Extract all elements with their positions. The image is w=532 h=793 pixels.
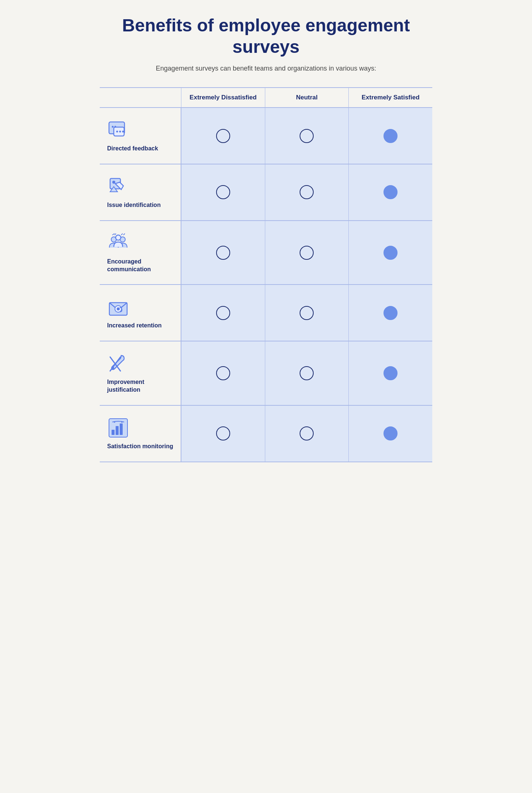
svg-point-3 bbox=[119, 131, 121, 133]
radio-filled[interactable] bbox=[383, 246, 398, 260]
radio-cell-satisfied[interactable] bbox=[348, 221, 432, 285]
table-row: Directed feedback bbox=[100, 107, 432, 164]
chat-icon bbox=[107, 119, 129, 141]
main-container: Benefits of employee engagement surveys … bbox=[100, 15, 432, 462]
row-label-issue-identification: Issue identification bbox=[100, 164, 181, 220]
svg-rect-26 bbox=[116, 426, 119, 435]
svg-rect-25 bbox=[112, 430, 115, 435]
svg-line-16 bbox=[121, 234, 123, 235]
radio-cell-dissatisfied[interactable] bbox=[181, 221, 265, 285]
row-label-text: Increased retention bbox=[107, 322, 162, 330]
row-label-text: Encouraged communication bbox=[107, 258, 173, 273]
radio-empty[interactable] bbox=[300, 306, 314, 320]
radio-filled[interactable] bbox=[383, 366, 398, 380]
radio-cell-neutral[interactable] bbox=[265, 108, 349, 164]
table-row: Increased retention bbox=[100, 284, 432, 341]
row-label-encouraged-communication: Encouraged communication bbox=[100, 221, 181, 285]
radio-cell-dissatisfied[interactable] bbox=[181, 164, 265, 220]
row-label-satisfaction-monitoring: Satisfaction monitoring bbox=[100, 406, 181, 462]
radio-empty[interactable] bbox=[216, 366, 230, 380]
table-row: Improvement justification bbox=[100, 341, 432, 405]
row-label-text: Improvement justification bbox=[107, 378, 173, 394]
svg-point-13 bbox=[116, 235, 121, 240]
table-row: Issue identification bbox=[100, 164, 432, 220]
benefits-table: Extremely Dissatisfied Neutral Extremely… bbox=[100, 87, 432, 462]
svg-line-15 bbox=[115, 234, 116, 235]
radio-cell-neutral[interactable] bbox=[265, 341, 349, 405]
svg-point-28 bbox=[114, 421, 115, 423]
row-label-text: Issue identification bbox=[107, 201, 161, 209]
svg-line-14 bbox=[112, 234, 115, 235]
header-col-satisfied: Extremely Satisfied bbox=[348, 88, 432, 107]
email-icon bbox=[107, 296, 129, 318]
radio-empty[interactable] bbox=[216, 426, 230, 440]
tools-icon bbox=[107, 353, 129, 375]
issue-icon bbox=[107, 176, 129, 198]
svg-point-29 bbox=[121, 421, 123, 423]
radio-empty[interactable] bbox=[300, 129, 314, 143]
radio-cell-satisfied[interactable] bbox=[348, 108, 432, 164]
radio-filled[interactable] bbox=[383, 185, 398, 199]
radio-cell-satisfied[interactable] bbox=[348, 406, 432, 462]
radio-cell-satisfied[interactable] bbox=[348, 285, 432, 341]
svg-rect-27 bbox=[120, 423, 123, 435]
row-label-improvement-justification: Improvement justification bbox=[100, 341, 181, 405]
radio-cell-neutral[interactable] bbox=[265, 406, 349, 462]
svg-point-6 bbox=[115, 126, 116, 128]
people-icon bbox=[107, 232, 129, 254]
radio-cell-dissatisfied[interactable] bbox=[181, 285, 265, 341]
radio-empty[interactable] bbox=[216, 185, 230, 199]
radio-empty[interactable] bbox=[300, 366, 314, 380]
radio-empty[interactable] bbox=[216, 306, 230, 320]
page-subtitle: Engagement surveys can benefit teams and… bbox=[100, 65, 432, 72]
svg-point-2 bbox=[116, 131, 118, 133]
radio-empty[interactable] bbox=[300, 426, 314, 440]
radio-cell-dissatisfied[interactable] bbox=[181, 406, 265, 462]
svg-point-5 bbox=[112, 126, 114, 128]
radio-cell-dissatisfied[interactable] bbox=[181, 341, 265, 405]
header-col-dissatisfied: Extremely Dissatisfied bbox=[181, 88, 265, 107]
page-title: Benefits of employee engagement surveys bbox=[100, 15, 432, 57]
radio-filled[interactable] bbox=[383, 306, 398, 320]
radio-cell-neutral[interactable] bbox=[265, 285, 349, 341]
radio-empty[interactable] bbox=[300, 185, 314, 199]
radio-cell-neutral[interactable] bbox=[265, 221, 349, 285]
header-col-neutral: Neutral bbox=[265, 88, 349, 107]
table-row: Satisfaction monitoring bbox=[100, 405, 432, 462]
radio-empty[interactable] bbox=[300, 246, 314, 260]
radio-empty[interactable] bbox=[216, 246, 230, 260]
svg-point-20 bbox=[117, 307, 120, 310]
radio-filled[interactable] bbox=[383, 129, 398, 143]
radio-cell-satisfied[interactable] bbox=[348, 341, 432, 405]
table-row: Encouraged communication bbox=[100, 220, 432, 285]
svg-point-4 bbox=[122, 131, 124, 133]
row-label-text: Directed feedback bbox=[107, 145, 158, 153]
radio-cell-neutral[interactable] bbox=[265, 164, 349, 220]
radio-empty[interactable] bbox=[216, 129, 230, 143]
table-header: Extremely Dissatisfied Neutral Extremely… bbox=[100, 87, 432, 107]
svg-point-9 bbox=[112, 181, 115, 184]
row-label-text: Satisfaction monitoring bbox=[107, 443, 173, 450]
chart-icon bbox=[107, 417, 129, 439]
radio-cell-satisfied[interactable] bbox=[348, 164, 432, 220]
radio-filled[interactable] bbox=[383, 426, 398, 440]
row-label-directed-feedback: Directed feedback bbox=[100, 108, 181, 164]
header-empty-col bbox=[100, 88, 181, 107]
radio-cell-dissatisfied[interactable] bbox=[181, 108, 265, 164]
row-label-increased-retention: Increased retention bbox=[100, 285, 181, 341]
svg-line-17 bbox=[123, 234, 125, 235]
